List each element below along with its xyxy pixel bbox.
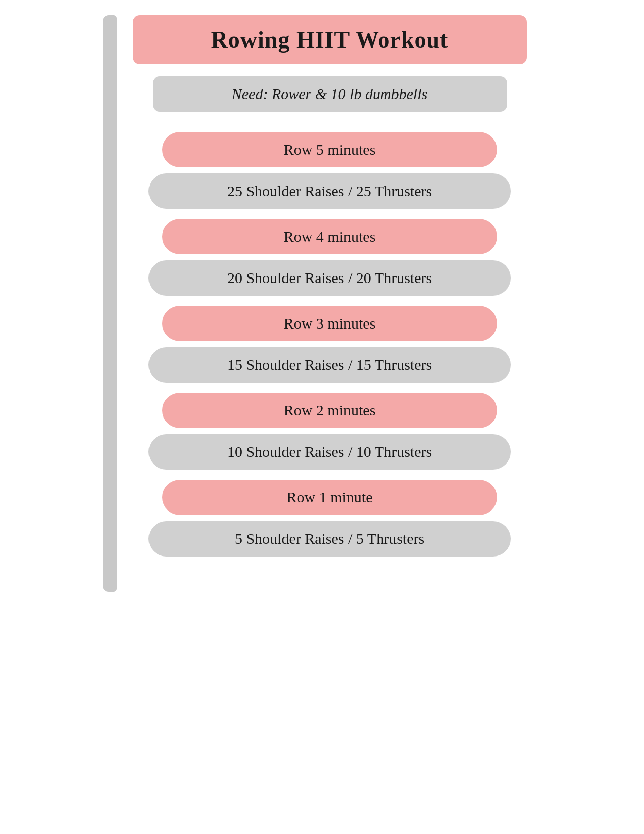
exercise-label-2: 20 Shoulder Raises / 20 Thrusters xyxy=(227,269,432,286)
page: Rowing HIIT Workout Need: Rower & 10 lb … xyxy=(0,0,644,834)
row-label-3: Row 3 minutes xyxy=(284,315,376,332)
exercise-pill-2: 20 Shoulder Raises / 20 Thrusters xyxy=(148,260,511,296)
exercise-pill-4: 10 Shoulder Raises / 10 Thrusters xyxy=(148,434,511,470)
rounds-container: Row 5 minutes25 Shoulder Raises / 25 Thr… xyxy=(133,132,527,567)
exercise-label-4: 10 Shoulder Raises / 10 Thrusters xyxy=(227,443,432,460)
need-bar: Need: Rower & 10 lb dumbbells xyxy=(153,76,507,112)
card-inner: Rowing HIIT Workout Need: Rower & 10 lb … xyxy=(103,15,542,592)
row-label-1: Row 5 minutes xyxy=(284,141,376,158)
row-pill-1: Row 5 minutes xyxy=(162,132,497,167)
exercise-pill-3: 15 Shoulder Raises / 15 Thrusters xyxy=(148,347,511,383)
row-label-2: Row 4 minutes xyxy=(284,228,376,245)
row-label-5: Row 1 minute xyxy=(287,489,373,505)
title-bar: Rowing HIIT Workout xyxy=(133,15,527,64)
row-pill-3: Row 3 minutes xyxy=(162,306,497,341)
exercise-label-5: 5 Shoulder Raises / 5 Thrusters xyxy=(235,530,424,547)
page-title: Rowing HIIT Workout xyxy=(143,26,517,53)
need-label: Need: Rower & 10 lb dumbbells xyxy=(232,85,427,102)
workout-card: Rowing HIIT Workout Need: Rower & 10 lb … xyxy=(103,15,542,592)
exercise-pill-1: 25 Shoulder Raises / 25 Thrusters xyxy=(148,173,511,209)
row-pill-4: Row 2 minutes xyxy=(162,393,497,428)
exercise-pill-5: 5 Shoulder Raises / 5 Thrusters xyxy=(148,521,511,557)
row-label-4: Row 2 minutes xyxy=(284,402,376,419)
row-pill-5: Row 1 minute xyxy=(162,480,497,515)
exercise-label-1: 25 Shoulder Raises / 25 Thrusters xyxy=(227,182,432,199)
row-pill-2: Row 4 minutes xyxy=(162,219,497,254)
exercise-label-3: 15 Shoulder Raises / 15 Thrusters xyxy=(227,356,432,373)
